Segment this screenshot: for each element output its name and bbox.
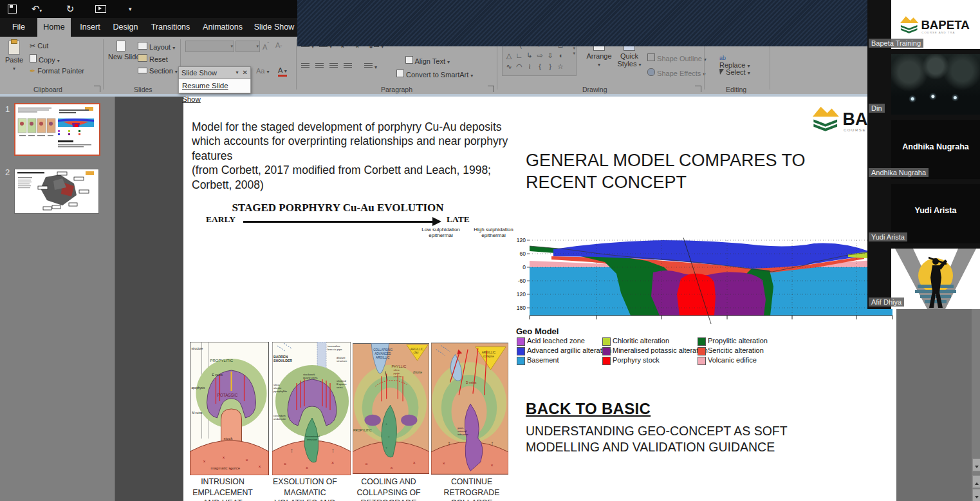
shape-effects-button[interactable]: Shape Effects ▾ bbox=[647, 68, 705, 77]
change-case-button[interactable]: Aa ▾ bbox=[256, 67, 270, 75]
align-right-icon[interactable] bbox=[329, 62, 338, 70]
legend-swatch bbox=[698, 357, 706, 365]
font-name-combo[interactable]: ▾ bbox=[185, 41, 234, 52]
svg-text:×: × bbox=[365, 462, 368, 466]
convert-smartart-button[interactable]: Convert to SmartArt ▾ bbox=[396, 70, 473, 79]
tab-design[interactable]: Design bbox=[109, 18, 142, 37]
legend-label: Porphyry stock bbox=[613, 356, 660, 364]
slides-group-label: Slides bbox=[134, 86, 153, 93]
previous-slide-button[interactable] bbox=[972, 475, 980, 488]
align-text-icon bbox=[405, 56, 413, 64]
legend-swatch bbox=[602, 347, 611, 355]
select-button[interactable]: Select ▾ bbox=[719, 68, 750, 76]
start-slideshow-icon[interactable] bbox=[95, 0, 106, 15]
legend-swatch bbox=[602, 357, 611, 365]
scroll-down-button[interactable] bbox=[972, 458, 980, 471]
format-painter-icon: ✒ bbox=[30, 67, 35, 75]
svg-text:↑: ↑ bbox=[290, 447, 293, 454]
legend-label: Basement bbox=[527, 356, 559, 364]
svg-text:andalusite: andalusite bbox=[273, 417, 286, 421]
slide-canvas[interactable]: Model for the staged development of porp… bbox=[183, 97, 896, 501]
customize-qat-icon[interactable]: ▾ bbox=[129, 0, 132, 18]
shrink-font-button[interactable]: Aˇ bbox=[275, 41, 282, 51]
tab-transitions[interactable]: Transitions bbox=[147, 18, 194, 37]
font-size-combo[interactable]: ▾ bbox=[236, 41, 260, 52]
tab-slideshow[interactable]: Slide Show bbox=[251, 18, 297, 37]
cut-button[interactable]: ✂ Cut bbox=[30, 42, 48, 50]
legend-label: Acid leached zone bbox=[527, 337, 585, 345]
participant-tile-afif[interactable] bbox=[891, 249, 980, 309]
vertical-scrollbar[interactable] bbox=[972, 309, 980, 501]
panel1-caption: INTRUSION EMPLACEMENT AND HEAT TRANSFER … bbox=[187, 477, 259, 501]
columns-icon bbox=[364, 63, 373, 69]
new-slide-button[interactable]: New Slide ▾ bbox=[108, 41, 134, 61]
tab-animations[interactable]: Animations bbox=[199, 18, 246, 37]
resume-slideshow-menu-item[interactable]: Resume Slide Show bbox=[178, 79, 251, 93]
font-color-button[interactable]: A ▾ bbox=[278, 67, 287, 77]
slide1-thumbnail-art bbox=[15, 104, 97, 152]
svg-text:intrusion: intrusion bbox=[307, 438, 317, 441]
tab-insert[interactable]: Insert bbox=[75, 18, 106, 37]
low-sulphidation-label: Low sulphidation epithermal bbox=[420, 227, 462, 238]
slide1-number: 1 bbox=[5, 104, 10, 114]
paste-button[interactable]: Paste▾ bbox=[5, 41, 23, 71]
shape-effects-icon bbox=[647, 68, 655, 76]
select-icon bbox=[719, 69, 724, 75]
slide-citation: (from Corbett, 2017 modified from Corbet… bbox=[192, 164, 491, 191]
svg-text:apophysis: apophysis bbox=[192, 386, 205, 390]
svg-text:×: × bbox=[331, 460, 334, 465]
grow-font-button[interactable]: Aˆ bbox=[263, 41, 269, 51]
back-to-basic-subtitle: UNDERSTANDING GEO-CONCEPT AS SOFT MODELL… bbox=[526, 423, 860, 455]
section-icon bbox=[138, 68, 147, 73]
next-slide-button[interactable] bbox=[972, 489, 980, 501]
save-icon[interactable] bbox=[8, 0, 17, 16]
close-icon[interactable]: ✕ bbox=[243, 67, 248, 79]
paragraph-dialog-launcher[interactable] bbox=[488, 86, 494, 92]
copy-button[interactable]: Copy ▾ bbox=[30, 54, 60, 64]
tab-file[interactable]: File bbox=[5, 18, 32, 37]
align-left-icon[interactable] bbox=[301, 62, 310, 70]
layout-button[interactable]: Layout ▾ bbox=[138, 42, 175, 51]
drawing-group-label: Drawing bbox=[582, 86, 607, 93]
drawing-dialog-launcher[interactable] bbox=[695, 86, 701, 92]
section-button[interactable]: Section ▾ bbox=[138, 67, 178, 75]
slide2-thumbnail-art bbox=[15, 169, 97, 212]
justify-icon[interactable] bbox=[344, 62, 352, 70]
svg-text:×: × bbox=[284, 462, 286, 466]
shape-outline-button[interactable]: Shape Outline ▾ bbox=[647, 53, 707, 62]
reset-button[interactable]: Reset bbox=[138, 54, 168, 63]
align-text-button[interactable]: Align Text ▾ bbox=[405, 56, 450, 65]
format-painter-button[interactable]: ✒ Format Painter bbox=[30, 67, 84, 75]
svg-text:POTASSIC: POTASSIC bbox=[217, 393, 238, 397]
legend-swatch bbox=[698, 337, 706, 346]
legend-label: Sericitic alteration bbox=[708, 346, 764, 354]
align-center-icon[interactable] bbox=[315, 62, 324, 70]
slideshow-toolbar-header[interactable]: Slide Show ✕ ▾ bbox=[178, 66, 251, 79]
participant-name-label: Andhika Nugraha bbox=[869, 168, 929, 177]
replace-button[interactable]: ab Replace ▾ bbox=[719, 53, 750, 69]
legend-swatch bbox=[698, 347, 706, 355]
editor-offslide-area bbox=[896, 309, 972, 501]
geologist-logo bbox=[891, 249, 980, 309]
columns-button[interactable]: ▾ bbox=[364, 62, 377, 70]
svg-text:D veins: D veins bbox=[466, 381, 477, 384]
participant-display-name: Andhika Nugraha bbox=[891, 142, 980, 151]
svg-text:quartz veins: quartz veins bbox=[303, 376, 318, 379]
redo-icon[interactable]: ↻ bbox=[64, 0, 76, 18]
clipboard-dialog-launcher[interactable] bbox=[94, 86, 100, 92]
undo-icon[interactable]: ↶▾ bbox=[31, 0, 42, 20]
svg-text:E veins: E veins bbox=[212, 373, 223, 377]
slide2-thumbnail[interactable] bbox=[14, 169, 99, 214]
svg-text:+: + bbox=[385, 446, 388, 449]
tab-home[interactable]: Home bbox=[37, 18, 71, 37]
slide1-thumbnail[interactable] bbox=[14, 103, 100, 156]
svg-text:veins: veins bbox=[337, 386, 343, 389]
legend-title: Geo Model bbox=[516, 326, 559, 336]
diagram-panel-4: ↑↑ ×× ARGILLIC collapse D veins post- mi… bbox=[431, 342, 508, 475]
legend-swatch bbox=[602, 337, 611, 346]
participant-tile-din[interactable] bbox=[891, 54, 980, 115]
panel2-caption: EXSOLUTION OF MAGMATIC VOLATILES AND FOR… bbox=[269, 477, 341, 501]
svg-text:+: + bbox=[385, 422, 388, 426]
chevron-down-icon[interactable]: ▾ bbox=[236, 67, 239, 79]
svg-text:COURSE AND TRA: COURSE AND TRA bbox=[921, 31, 955, 34]
